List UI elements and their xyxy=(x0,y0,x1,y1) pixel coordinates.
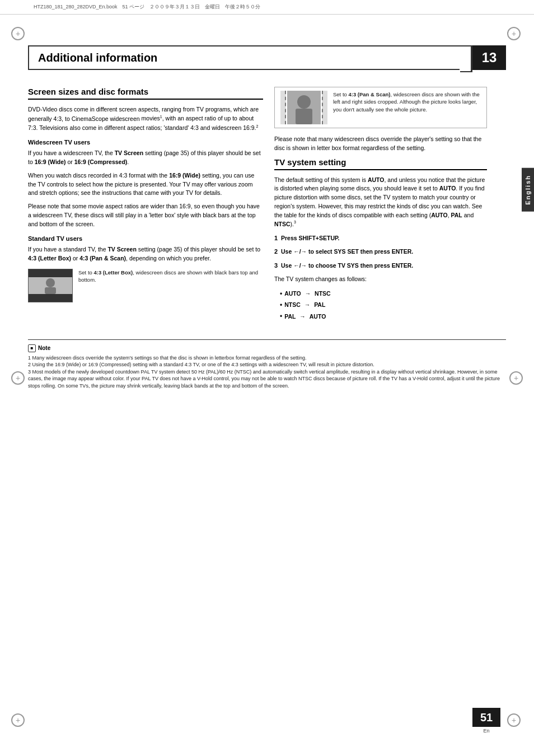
note-icon: ■ xyxy=(28,344,36,352)
chapter-number: 13 xyxy=(472,45,506,70)
step1: 1 Press SHIFT+SETUP. xyxy=(274,234,487,243)
screen-sizes-title: Screen sizes and disc formats xyxy=(28,87,263,100)
tv-system-changes-label: The TV system changes as follows: xyxy=(274,275,487,284)
page-number-badge: 51 xyxy=(472,708,500,727)
chapter-title: Additional information xyxy=(28,45,460,70)
panscan-caption: Set to 4:3 (Pan & Scan), widescreen disc… xyxy=(333,91,481,113)
note-title: ■ Note xyxy=(28,344,506,352)
page-footer: 51 En xyxy=(472,708,500,734)
step1-number: 1 xyxy=(274,235,278,241)
bullet-auto-ntsc: AUTO → NTSC xyxy=(280,288,487,300)
standard-p1: If you have a standard TV, the TV Screen… xyxy=(28,245,263,263)
side-circle-right xyxy=(509,371,523,385)
note1: 1 Many widescreen discs override the sys… xyxy=(28,354,506,362)
step2-number: 2 xyxy=(274,248,278,255)
letterbox-illustration: Set to 4:3 (Letter Box), widescreen disc… xyxy=(28,269,263,302)
letterbox-top-bar xyxy=(29,269,72,277)
step3-number: 3 xyxy=(274,262,278,269)
corner-decoration-br xyxy=(507,713,523,729)
panscan-illustration-box: Set to 4:3 (Pan & Scan), widescreen disc… xyxy=(274,87,487,128)
top-bar-text: HTZ180_181_280_282DVD_En.book 51 ページ ２００… xyxy=(34,3,260,11)
side-circle-left xyxy=(11,371,25,385)
tv-system-intro: The default setting of this system is AU… xyxy=(274,176,487,229)
intro-paragraph: DVD-Video discs come in different screen… xyxy=(28,105,263,132)
svg-rect-3 xyxy=(296,109,312,124)
corner-decoration-tr xyxy=(507,27,523,43)
widescreen-tv-title: Widescreen TV users xyxy=(28,139,263,146)
panscan-center xyxy=(287,91,321,124)
page-en: En xyxy=(483,728,489,734)
widescreen-override-note: Please note that many widescreen discs o… xyxy=(274,135,487,153)
svg-rect-1 xyxy=(45,287,56,294)
panscan-person-svg xyxy=(287,91,321,124)
language-tab: English xyxy=(522,168,534,212)
letterbox-caption: Set to 4:3 (Letter Box), widescreen disc… xyxy=(78,269,263,284)
step2: 2 Use ←/→ to select SYS SET then press E… xyxy=(274,247,487,256)
page-container: HTZ180_181_280_282DVD_En.book 51 ページ ２００… xyxy=(0,0,534,756)
step3: 3 Use ←/→ to choose TV SYS then press EN… xyxy=(274,261,487,270)
tv-system-bullets: AUTO → NTSC NTSC → PAL PAL → AUTO xyxy=(280,288,487,323)
letterbox-content xyxy=(29,277,72,294)
letterbox-image xyxy=(28,269,73,302)
widescreen-p3: Please note that some movie aspect ratio… xyxy=(28,202,263,228)
standard-tv-title: Standard TV users xyxy=(28,235,263,242)
right-column: Set to 4:3 (Pan & Scan), widescreen disc… xyxy=(274,87,487,323)
bullet-ntsc-pal: NTSC → PAL xyxy=(280,300,487,311)
bullet-pal-auto: PAL → AUTO xyxy=(280,311,487,322)
corner-decoration-tl xyxy=(11,27,27,43)
main-content: Screen sizes and disc formats DVD-Video … xyxy=(28,87,506,323)
left-column: Screen sizes and disc formats DVD-Video … xyxy=(28,87,263,323)
chapter-header: Additional information 13 xyxy=(28,45,506,70)
panscan-right-crop xyxy=(322,91,327,124)
svg-point-0 xyxy=(46,278,55,287)
person-silhouette-svg xyxy=(36,277,64,294)
note2: 2 Using the 16:9 (Wide) or 16:9 (Compres… xyxy=(28,361,506,368)
corner-decoration-bl xyxy=(11,713,27,729)
widescreen-p1: If you have a widescreen TV, the TV Scre… xyxy=(28,149,263,167)
panscan-left-crop xyxy=(280,91,286,124)
tv-system-section: TV system setting The default setting of… xyxy=(274,157,487,323)
letterbox-bottom-bar xyxy=(29,294,72,302)
panscan-image-wrapper xyxy=(280,91,327,124)
top-bar: HTZ180_181_280_282DVD_En.book 51 ページ ２００… xyxy=(0,0,534,15)
widescreen-p2: When you watch discs recorded in 4:3 for… xyxy=(28,171,263,198)
tv-system-title: TV system setting xyxy=(274,157,487,170)
note3: 3 Most models of the newly developed cou… xyxy=(28,368,506,390)
svg-point-2 xyxy=(297,95,311,109)
note-section: ■ Note 1 Many widescreen discs override … xyxy=(28,339,506,390)
